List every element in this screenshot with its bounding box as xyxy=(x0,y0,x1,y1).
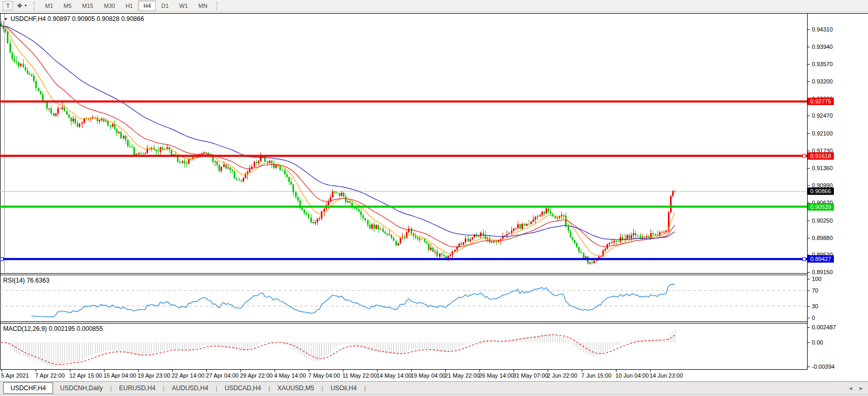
tab-separator: | xyxy=(364,384,365,392)
price-tick-mark xyxy=(807,64,810,65)
time-tick-mark xyxy=(309,369,309,372)
chevron-down-icon: ▾ xyxy=(25,3,27,8)
price-tick-mark xyxy=(807,238,810,238)
chart-tabs: USDCHF,H4USDCNH,Daily|EURUSD,H4|AUDUSD,H… xyxy=(3,382,367,394)
price-tick-label: 0.90250 xyxy=(812,217,833,224)
tab-separator: | xyxy=(110,384,112,392)
rsi-tick-label: 70 xyxy=(812,287,818,294)
time-tick-mark xyxy=(616,369,616,372)
price-tick-label: 0.91360 xyxy=(812,164,833,172)
price-tick-mark xyxy=(807,221,810,221)
toolbar-separator xyxy=(34,2,36,10)
cursor-tool-button[interactable]: ❖ ▾ xyxy=(15,1,28,11)
rsi-tick-label: 0 xyxy=(812,314,815,321)
timeframe-button-h4[interactable]: H4 xyxy=(138,1,156,11)
price-tick-mark xyxy=(807,168,810,169)
time-tick-label: 2 Jun 22:00 xyxy=(547,372,578,379)
time-tick-mark xyxy=(411,369,412,372)
price-tick-mark xyxy=(807,29,810,30)
timeframe-button-m5[interactable]: M5 xyxy=(58,1,77,11)
current-price-label: 0.90866 xyxy=(808,187,834,195)
timeframe-button-d1[interactable]: D1 xyxy=(156,1,174,11)
time-tick-label: 11 May 22:00 xyxy=(342,372,377,379)
chart-tab-xauusd-m5[interactable]: XAUUSD,M5 xyxy=(270,383,321,393)
time-tick-mark xyxy=(275,369,275,372)
collapse-icon[interactable]: ▼ xyxy=(4,17,8,22)
cursor-icon: ❖ xyxy=(17,3,23,9)
timeframe-toolbar: M1M5M15M30H1H4D1W1MN xyxy=(40,0,213,12)
time-tick-label: 7 Jun 15:00 xyxy=(581,372,612,379)
tab-scroll-right-icon[interactable]: ▶ xyxy=(860,386,863,391)
chart-tab-usoil-h4[interactable]: USOil,H4 xyxy=(323,383,363,393)
time-tick-label: 7 Apr 22:00 xyxy=(35,372,65,379)
macd-tick-mark xyxy=(807,342,810,343)
chart-tab-usdcad-h4[interactable]: USDCAD,H4 xyxy=(218,383,268,393)
time-tick-label: 14 May 14:00 xyxy=(377,372,412,379)
time-tick-label: 21 May 22:00 xyxy=(445,372,480,379)
tab-scroll-arrows: ◀ ▶ xyxy=(849,386,863,391)
level-end-marker[interactable] xyxy=(802,257,806,261)
price-tick-mark xyxy=(807,116,810,116)
time-tick-label: 19 May 04:00 xyxy=(411,372,446,379)
rsi-label: RSI(14) 76.6363 xyxy=(3,277,49,284)
tab-scroll-left-icon[interactable]: ◀ xyxy=(849,386,852,391)
time-tick-mark xyxy=(479,369,480,372)
time-tick-label: 27 Apr 04:00 xyxy=(206,372,238,379)
timeframe-button-m30[interactable]: M30 xyxy=(99,1,120,11)
rsi-tick-mark xyxy=(807,279,810,279)
time-tick-mark xyxy=(514,369,514,372)
rsi-tick-label: 30 xyxy=(812,303,818,310)
price-tick-label: 0.92100 xyxy=(812,130,833,137)
tab-separator: | xyxy=(216,384,217,392)
time-tick-mark xyxy=(377,369,378,372)
chart-tab-eurusd-h4[interactable]: EURUSD,H4 xyxy=(112,383,162,393)
macd-tick-mark xyxy=(807,327,810,328)
macd-pane-bottom-border xyxy=(0,369,807,370)
level-end-marker[interactable] xyxy=(802,154,806,158)
time-tick-mark xyxy=(2,369,2,372)
price-tick-mark xyxy=(807,47,810,47)
main-pane-bottom-border xyxy=(0,273,807,274)
price-tick-mark xyxy=(807,151,810,151)
level-end-marker[interactable] xyxy=(0,257,4,261)
macd-tick-label: 0.002487 xyxy=(812,324,836,331)
time-tick-mark xyxy=(70,369,70,372)
timeframe-button-w1[interactable]: W1 xyxy=(174,1,193,11)
macd-indicator-pane[interactable] xyxy=(0,324,807,369)
macd-tick-label: 0.00 xyxy=(812,339,823,346)
rsi-pane-bottom-border xyxy=(0,321,807,322)
time-tick-mark xyxy=(36,369,36,372)
time-tick-label: 7 May 04:00 xyxy=(308,372,340,379)
text-tool-button[interactable]: T xyxy=(3,1,13,11)
price-tick-label: 0.89880 xyxy=(812,234,833,242)
timeframe-button-m15[interactable]: M15 xyxy=(77,1,98,11)
time-tick-mark xyxy=(206,369,207,372)
time-tick-mark xyxy=(240,369,241,372)
price-chart-pane[interactable] xyxy=(0,14,807,273)
level-price-label: 0.92775 xyxy=(808,98,834,105)
time-tick-label: 19 Apr 23:00 xyxy=(138,372,170,379)
price-tick-mark xyxy=(807,133,810,134)
chart-tab-usdcnh-daily[interactable]: USDCNH,Daily xyxy=(53,383,109,393)
timeframe-button-mn[interactable]: MN xyxy=(193,1,213,11)
time-tick-label: 26 May 14:00 xyxy=(479,372,514,379)
chart-tab-audusd-h4[interactable]: AUDUSD,H4 xyxy=(165,383,215,393)
chart-tab-bar: USDCHF,H4USDCNH,Daily|EURUSD,H4|AUDUSD,H… xyxy=(0,381,868,395)
timeframe-button-h1[interactable]: H1 xyxy=(120,1,138,11)
mt4-window: T ❖ ▾ M1M5M15M30H1H4D1W1MN ▼USDCHF,H4 0.… xyxy=(0,0,868,396)
time-tick-mark xyxy=(548,369,548,372)
rsi-tick-mark xyxy=(807,318,810,318)
time-tick-label: 31 May 07:00 xyxy=(513,372,548,379)
time-tick-label: 14 Jun 23:00 xyxy=(650,372,683,379)
timeframe-button-m1[interactable]: M1 xyxy=(40,1,58,11)
rsi-indicator-pane[interactable] xyxy=(0,275,807,321)
time-tick-label: 4 May 14:00 xyxy=(274,372,306,379)
time-tick-label: 22 Apr 14:00 xyxy=(172,372,204,379)
level-price-label: 0.90539 xyxy=(808,203,834,211)
time-tick-label: 12 Apr 15:00 xyxy=(69,372,102,379)
toolbar: T ❖ ▾ M1M5M15M30H1H4D1W1MN xyxy=(0,0,868,12)
chart-tab-usdchf-h4[interactable]: USDCHF,H4 xyxy=(3,382,53,394)
chart-title-text: USDCHF,H4 0.90897 0.90905 0.90828 0.9086… xyxy=(11,15,144,23)
macd-tick-mark xyxy=(807,367,810,367)
time-tick-mark xyxy=(172,369,173,372)
